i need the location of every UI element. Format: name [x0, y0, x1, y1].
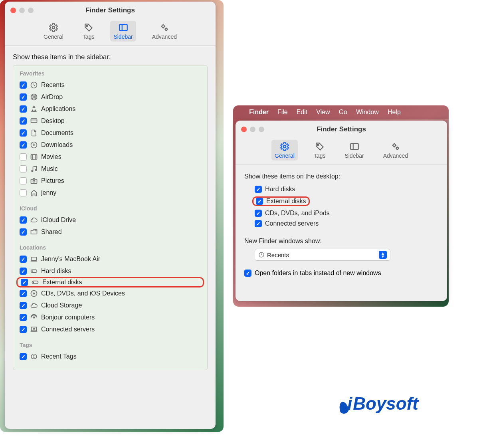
clock-icon [258, 252, 265, 258]
checkbox[interactable] [21, 279, 28, 286]
sidebar-item-connected-servers[interactable]: Connected servers [20, 323, 201, 335]
checkbox[interactable] [255, 220, 262, 227]
checkbox[interactable] [255, 210, 262, 217]
desktop-item-connected-servers[interactable]: Connected servers [255, 218, 438, 229]
checkbox[interactable] [20, 153, 27, 161]
item-label: External disks [266, 198, 306, 205]
open-in-tabs-checkbox[interactable] [244, 270, 251, 277]
tab-general[interactable]: General [271, 140, 298, 161]
tag-icon [30, 353, 38, 361]
desktop-item-cds-dvds-and-ipods[interactable]: CDs, DVDs, and iPods [255, 208, 438, 218]
new-windows-heading: New Finder windows show: [244, 238, 438, 245]
tab-general-label: General [44, 34, 63, 40]
group-head-favorites: Favorites [20, 70, 201, 77]
sidebar-item-movies[interactable]: Movies [20, 151, 201, 163]
checkbox[interactable] [20, 290, 27, 297]
menubar-item-help[interactable]: Help [388, 109, 401, 116]
settings-tabs: General Tags Sidebar Advanced [236, 138, 447, 165]
sidebar-item-bonjour-computers[interactable]: Bonjour computers [20, 311, 201, 323]
brand-text: Boysoft [353, 394, 418, 414]
finder-settings-sidebar-window: Finder Settings General Tags Sidebar Adv… [5, 2, 216, 429]
tab-advanced[interactable]: Advanced [380, 140, 411, 161]
group-head-tags: Tags [20, 342, 201, 348]
sidebar-item-recents[interactable]: Recents [20, 79, 201, 91]
checkbox[interactable] [20, 228, 27, 236]
checkbox[interactable] [20, 141, 27, 149]
sidebar-item-pictures[interactable]: Pictures [20, 175, 201, 187]
apps-icon [30, 105, 38, 113]
checkbox[interactable] [20, 268, 27, 275]
svg-point-31 [33, 293, 34, 294]
sidebar-item-downloads[interactable]: Downloads [20, 139, 201, 151]
sidebar-item-applications[interactable]: Applications [20, 103, 201, 115]
checkbox[interactable] [20, 81, 27, 89]
iboysoft-logo: iBoysoft [339, 394, 418, 414]
svg-rect-25 [31, 257, 36, 260]
desktop-items-list: Hard disksExternal disksCDs, DVDs, and i… [255, 184, 438, 229]
item-label: Recents [41, 81, 65, 89]
sidebar-item-hard-disks[interactable]: Hard disks [20, 265, 201, 277]
checkbox[interactable] [255, 186, 262, 193]
sidebar-item-icloud-drive[interactable]: iCloud Drive [20, 214, 201, 226]
item-label: iCloud Drive [41, 216, 76, 224]
svg-rect-10 [31, 119, 37, 123]
menubar-item-go[interactable]: Go [339, 109, 347, 116]
svg-point-34 [33, 328, 34, 329]
checkbox[interactable] [20, 129, 27, 137]
menubar-item-window[interactable]: Window [356, 109, 379, 116]
checkbox[interactable] [20, 165, 27, 172]
doc-icon [30, 129, 38, 137]
sidebar-item-jenny[interactable]: jenny [20, 187, 201, 199]
new-windows-select[interactable]: Recents ▴▾ [255, 249, 390, 261]
item-label: AirDrop [41, 93, 63, 101]
open-in-tabs-row[interactable]: Open folders in tabs instead of new wind… [244, 270, 438, 277]
checkbox[interactable] [20, 177, 27, 184]
menubar-item-view[interactable]: View [316, 109, 330, 116]
tab-sidebar[interactable]: Sidebar [341, 140, 367, 161]
sidebar-item-cloud-storage[interactable]: Cloud Storage [20, 299, 201, 311]
checkbox[interactable] [20, 353, 27, 360]
new-windows-value: Recents [267, 252, 289, 258]
checkbox[interactable] [20, 189, 27, 196]
sidebar-item-music[interactable]: Music [20, 163, 201, 175]
desktop-item-hard-disks[interactable]: Hard disks [255, 184, 438, 194]
checkbox[interactable] [20, 302, 27, 309]
tab-advanced[interactable]: Advanced [149, 21, 180, 42]
sidebar-item-shared[interactable]: Shared [20, 226, 201, 238]
menubar-item-file[interactable]: File [277, 109, 288, 116]
checkbox[interactable] [20, 326, 27, 333]
menubar-app-name[interactable]: Finder [249, 109, 269, 116]
svg-point-32 [33, 317, 34, 318]
item-label: Movies [41, 153, 61, 161]
sidebar-item-recent-tags[interactable]: Recent Tags [20, 351, 201, 363]
svg-rect-33 [31, 327, 36, 331]
svg-point-41 [393, 144, 396, 147]
checkbox[interactable] [20, 105, 27, 113]
tab-tags[interactable]: Tags [79, 21, 98, 42]
tab-sidebar-label: Sidebar [113, 34, 133, 40]
tab-general[interactable]: General [40, 21, 67, 42]
sidebar-item-documents[interactable]: Documents [20, 127, 201, 139]
sidebar-items-panel: FavoritesRecentsAirDropApplicationsDeskt… [13, 65, 208, 370]
item-label: CDs, DVDs, and iOS Devices [41, 290, 125, 297]
sidebar-item-airdrop[interactable]: AirDrop [20, 91, 201, 103]
desktop-item-external-disks[interactable]: External disks [255, 194, 438, 208]
sidebar-item-cds-dvds-and-ios-devices[interactable]: CDs, DVDs, and iOS Devices [20, 287, 201, 299]
checkbox[interactable] [20, 93, 27, 101]
checkbox[interactable] [20, 117, 27, 125]
checkbox[interactable] [20, 216, 27, 224]
checkbox[interactable] [256, 198, 263, 205]
sidebar-item-jenny-s-macbook-air[interactable]: Jenny's MacBook Air [20, 253, 201, 265]
tab-tags[interactable]: Tags [311, 140, 329, 161]
checkbox[interactable] [20, 314, 27, 321]
tab-general-label: General [275, 153, 295, 159]
clock-icon [30, 81, 38, 89]
gear-icon [48, 22, 59, 33]
checkbox[interactable] [20, 256, 27, 263]
tab-sidebar[interactable]: Sidebar [110, 21, 136, 42]
svg-rect-13 [31, 155, 37, 159]
sidebar-item-external-disks[interactable]: External disks [16, 277, 204, 287]
menubar-item-edit[interactable]: Edit [297, 109, 308, 116]
item-label: Cloud Storage [41, 302, 82, 309]
sidebar-item-desktop[interactable]: Desktop [20, 115, 201, 127]
